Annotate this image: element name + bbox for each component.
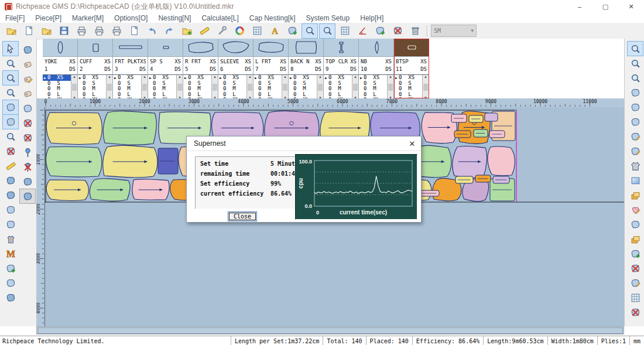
round-select-on-button[interactable] bbox=[19, 189, 36, 204]
measure-ruler-button[interactable] bbox=[2, 158, 19, 173]
menu-calculate-l-[interactable]: Calculate[L] bbox=[196, 14, 244, 22]
scrollbar-thumb[interactable] bbox=[37, 327, 623, 334]
open-image-folder-button[interactable] bbox=[38, 23, 54, 39]
zoom-small-button[interactable] bbox=[627, 56, 643, 71]
open-marker-folder-button[interactable] bbox=[3, 23, 19, 39]
piece-column-cuff[interactable]: CUFFXS2DS▶0 XS 0 S 0 M 0 L 0 XL▲▼ bbox=[78, 39, 113, 98]
piece-shape-3[interactable] bbox=[113, 39, 148, 57]
piece-draw-button[interactable] bbox=[627, 129, 643, 144]
close-button[interactable]: Close bbox=[228, 211, 257, 221]
panel-pieces-button[interactable] bbox=[302, 23, 318, 39]
zoom-fit-button[interactable] bbox=[627, 70, 643, 86]
piece-shape-11[interactable] bbox=[394, 39, 429, 57]
grid-align-button[interactable] bbox=[627, 290, 643, 305]
trash-button[interactable] bbox=[407, 23, 423, 39]
save-button[interactable] bbox=[56, 23, 72, 39]
menu-marker-m-[interactable]: Marker[M] bbox=[67, 14, 109, 22]
split-pieces-button[interactable] bbox=[627, 217, 643, 232]
menu-piece-p-[interactable]: Piece[P] bbox=[30, 14, 67, 22]
color-wheel-button[interactable] bbox=[231, 23, 248, 39]
pan-zoom-button[interactable] bbox=[2, 56, 19, 71]
settings-wrench-button[interactable] bbox=[214, 23, 230, 39]
piece-shape-2[interactable] bbox=[78, 39, 112, 57]
text-tool-button[interactable]: T bbox=[2, 231, 19, 247]
piece-check-button[interactable] bbox=[372, 23, 388, 39]
piece-table-button[interactable] bbox=[249, 23, 265, 39]
piece-column-sp-s[interactable]: SP SXS4DS▶0 XS 0 S 0 M 0 L 0 XL▲▼ bbox=[148, 39, 183, 98]
gradient-box-button[interactable] bbox=[627, 173, 643, 188]
plotter-button[interactable] bbox=[108, 23, 125, 39]
protractor-button[interactable] bbox=[354, 23, 371, 39]
piece-shape-7[interactable] bbox=[254, 39, 288, 57]
horizontal-scrollbar[interactable] bbox=[36, 326, 624, 334]
pin-button[interactable] bbox=[19, 145, 36, 160]
clear-marker-button[interactable] bbox=[2, 144, 19, 159]
group-lock-button[interactable] bbox=[2, 114, 19, 129]
size-list-scrollbar[interactable]: ▲▼ bbox=[352, 75, 358, 100]
forbid-move-button[interactable] bbox=[627, 261, 643, 276]
close-button[interactable]: ✕ bbox=[618, 0, 644, 13]
size-list-scrollbar[interactable]: ▲▼ bbox=[141, 75, 148, 100]
piece-column-r-frt[interactable]: R FRTXS5DS▶0 XS 0 S 0 M 0 L 0 XL▲▼ bbox=[183, 39, 218, 98]
m-marker-button[interactable]: M bbox=[2, 246, 19, 261]
tag-piece-button[interactable] bbox=[19, 86, 36, 101]
maximize-button[interactable]: ▢ bbox=[592, 0, 618, 13]
move-piece-lock-button[interactable] bbox=[2, 100, 19, 115]
piece-column-btsp[interactable]: BTSPXS11DS▶0 XS 0 S 0 M 0 L 0 XL▲▼ bbox=[394, 39, 429, 98]
redo-button[interactable] bbox=[161, 23, 177, 39]
piece-download-button[interactable] bbox=[627, 246, 643, 261]
round-select-button[interactable] bbox=[19, 174, 36, 189]
size-list-scrollbar[interactable]: ▲▼ bbox=[387, 75, 393, 100]
piece-column-nb[interactable]: NBXS10DS▶0 XS 0 S 0 M 0 L 0 XL▲▼ bbox=[359, 39, 394, 98]
menu-options-o-[interactable]: Options[O] bbox=[109, 14, 153, 22]
size-list-scrollbar[interactable]: ▲▼ bbox=[211, 75, 218, 100]
piece-column-top-clr[interactable]: TOP CLRXS9DS▶0 XS 0 S 0 M 0 L 0 XL▲▼ bbox=[324, 39, 359, 98]
pieces-tray-button[interactable] bbox=[627, 231, 643, 247]
undo-button[interactable] bbox=[143, 23, 160, 39]
piece-column-yoke[interactable]: YOKEXS1DS▶0 XS 0 S 0 M 0 L 0 XL▲▼ bbox=[43, 39, 78, 98]
layer-stack-button[interactable] bbox=[627, 187, 643, 203]
piece-shape-6[interactable] bbox=[218, 39, 253, 57]
menu-system-setup[interactable]: System Setup bbox=[301, 14, 355, 22]
dialog-close-icon[interactable]: ✕ bbox=[403, 139, 421, 148]
size-list-scrollbar[interactable]: ▲▼ bbox=[176, 75, 183, 100]
piece-column-frt-plkt[interactable]: FRT PLKTXS3DS▶0 XS 0 S 0 M 0 L 0 XL▲▼ bbox=[113, 39, 148, 98]
font-button[interactable]: A bbox=[266, 23, 283, 39]
piece-pen-button[interactable] bbox=[627, 275, 643, 291]
piece-shape-5[interactable] bbox=[183, 39, 218, 57]
size-list-scrollbar[interactable]: ▲▼ bbox=[106, 75, 112, 100]
unit-ruler-button[interactable] bbox=[196, 23, 213, 39]
zoom-full-button[interactable] bbox=[2, 85, 19, 100]
piece-edit-button[interactable] bbox=[627, 144, 643, 159]
flip-pieces-button[interactable] bbox=[2, 217, 19, 232]
size-list-scrollbar[interactable]: ▲▼ bbox=[422, 75, 429, 100]
vest-piece-button[interactable] bbox=[627, 158, 643, 173]
tuck-pieces-button[interactable] bbox=[19, 101, 36, 116]
piece-column-sleeve[interactable]: SLEEVEXS6DS▶0 XS 0 S 0 M 0 L 0 XL▲▼ bbox=[218, 39, 254, 98]
piece-divide-button[interactable] bbox=[389, 23, 406, 39]
approve-pieces-button[interactable] bbox=[2, 261, 19, 276]
zoom-height-button[interactable] bbox=[627, 41, 643, 56]
size-list-scrollbar[interactable]: ▲▼ bbox=[317, 75, 323, 100]
zoom-in-button[interactable] bbox=[2, 129, 19, 144]
piece-shape-4[interactable] bbox=[148, 39, 183, 57]
forbid-overlap-button[interactable] bbox=[19, 130, 36, 145]
piece-shadow-button[interactable] bbox=[627, 85, 643, 100]
menu-nesting-n-[interactable]: Nesting[N] bbox=[153, 14, 196, 22]
piece-shape-9[interactable] bbox=[324, 39, 358, 57]
window-settings-button[interactable] bbox=[73, 23, 90, 39]
add-image-button[interactable] bbox=[284, 23, 300, 39]
add-folder-button[interactable] bbox=[179, 23, 195, 39]
menu-file-f-[interactable]: File[F] bbox=[0, 14, 30, 22]
lower-piece-button[interactable] bbox=[2, 275, 19, 291]
select-arrow-button[interactable] bbox=[2, 41, 19, 56]
curve-hook-button[interactable] bbox=[2, 187, 19, 203]
piece-shape-10[interactable] bbox=[359, 39, 393, 57]
heart-draw-button[interactable] bbox=[627, 202, 643, 217]
menu-cap-nesting-k-[interactable]: Cap Nesting[k] bbox=[244, 14, 301, 22]
piece-shape-1[interactable] bbox=[43, 39, 77, 57]
size-list-scrollbar[interactable]: ▲▼ bbox=[246, 75, 253, 100]
rotate-pieces-button[interactable] bbox=[2, 173, 19, 188]
zoom-region-button[interactable] bbox=[2, 70, 19, 86]
minimize-button[interactable]: – bbox=[567, 0, 592, 13]
